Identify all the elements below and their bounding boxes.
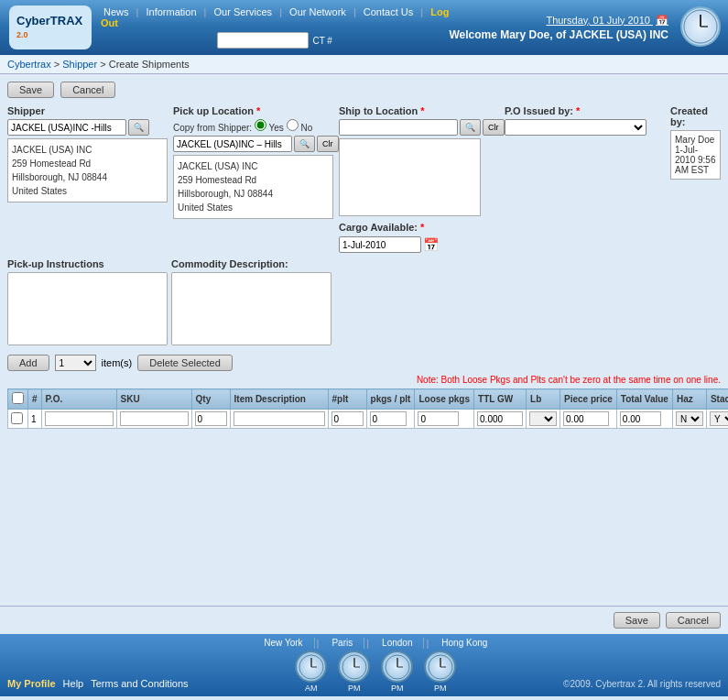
header-nav: News | Information | Our Services | Our …: [101, 6, 449, 49]
shipper-label: Shipper: [7, 105, 168, 116]
row-haz-cell: NY: [672, 410, 706, 429]
col-haz: Haz: [672, 389, 706, 410]
logo-text: CyberTRAX2.0: [16, 15, 82, 41]
row-piece-price-input[interactable]: [563, 411, 609, 426]
spacer-col: [335, 258, 679, 347]
row-checkbox[interactable]: [11, 412, 23, 424]
pickup-instructions-col: Pick-up Instructions: [7, 258, 168, 347]
copy-no-radio[interactable]: [287, 119, 299, 131]
clock-hk-label: PM: [424, 684, 456, 693]
cargo-date-input[interactable]: [339, 236, 421, 253]
footer-clocks-section: My Profile Help Terms and Conditions New…: [7, 638, 721, 693]
footer-cities: New York | Paris | London | Hong Kong: [253, 638, 498, 649]
shipper-section: Shipper 🔍 JACKEL (USA) INC 259 Homestead…: [7, 105, 168, 253]
row-haz-select[interactable]: NY: [676, 411, 703, 426]
commodity-textarea[interactable]: [171, 272, 331, 345]
breadcrumb-shipper[interactable]: Shipper: [62, 59, 97, 70]
breadcrumb: Cybertrax > Shipper > Create Shipments: [0, 55, 728, 74]
row-sku-cell: [116, 410, 191, 429]
header-info: Thursday, 01 July 2010 📅 Welcome Mary Do…: [449, 15, 668, 41]
copy-yes-radio[interactable]: [255, 119, 266, 131]
row-ttl-gw-cell: [474, 410, 527, 429]
cargo-calendar-btn[interactable]: 📅: [423, 237, 439, 252]
row-description-input[interactable]: [234, 411, 325, 426]
row-po-input[interactable]: [45, 411, 114, 426]
row-stack-select[interactable]: YN: [710, 411, 728, 426]
action-bar: Save Cancel: [7, 82, 721, 98]
row-lb-select[interactable]: LbKg: [529, 411, 557, 426]
city-hong-kong: Hong Kong: [430, 638, 498, 649]
col-plt: #plt: [328, 389, 366, 410]
pickup-instructions-textarea[interactable]: [7, 272, 168, 345]
copy-yes-label: Yes: [269, 123, 284, 133]
created-by-section: Created by: Mary Doe 1-Jul-2010 9:56 AM …: [670, 105, 721, 253]
ship-to-section: Ship to Location * 🔍 Clr Cargo Available…: [339, 105, 499, 253]
breadcrumb-cybertrax[interactable]: Cybertrax: [7, 59, 51, 70]
clock-group-hk: PM: [424, 651, 456, 693]
ship-to-address: [339, 138, 481, 216]
pickup-search-btn[interactable]: 🔍: [294, 136, 315, 152]
clock-london-label: PM: [381, 684, 413, 693]
items-qty-select[interactable]: 12345: [55, 355, 96, 371]
row-plt-cell: [328, 410, 366, 429]
row-num-cell: 1: [28, 410, 42, 429]
created-by-name: Mary Doe: [675, 135, 716, 145]
add-items-button[interactable]: Add: [7, 355, 49, 371]
row-qty-cell: [191, 410, 230, 429]
nav-information[interactable]: Information: [147, 6, 197, 17]
row-pkgs-plt-input[interactable]: [370, 411, 407, 426]
pickup-instructions-label: Pick-up Instructions: [7, 258, 168, 269]
cancel-button-bottom[interactable]: Cancel: [666, 612, 721, 629]
row-lb-cell: LbKg: [527, 410, 560, 429]
clock-group-ny: AM: [295, 651, 327, 693]
delete-selected-button[interactable]: Delete Selected: [137, 355, 233, 371]
header-clock: [680, 6, 721, 47]
copy-no-label: No: [300, 123, 312, 133]
ship-to-input[interactable]: [339, 119, 458, 136]
main-content: Save Cancel Shipper 🔍 JACKEL (USA) INC 2…: [0, 74, 728, 606]
table-header-row: # P.O. SKU Qty Item Description #plt pkg…: [8, 389, 729, 410]
pickup-input[interactable]: [173, 136, 292, 152]
col-po: P.O.: [41, 389, 116, 410]
row-stack-cell: YN: [706, 410, 728, 429]
row-checkbox-cell: [8, 410, 28, 429]
row-loose-pkgs-cell: [415, 410, 474, 429]
row-loose-pkgs-input[interactable]: [418, 411, 459, 426]
ship-to-search-btn[interactable]: 🔍: [460, 119, 481, 136]
city-paris: Paris: [321, 638, 364, 649]
clock-svg: [682, 8, 719, 45]
ship-to-clr-btn[interactable]: Clr: [483, 119, 505, 136]
search-input[interactable]: [217, 32, 309, 49]
nav-links: News | Information | Our Services | Our …: [101, 6, 449, 28]
row-sku-input[interactable]: [120, 411, 189, 426]
footer-my-profile[interactable]: My Profile: [7, 678, 56, 689]
nav-contact-us[interactable]: Contact Us: [364, 6, 413, 17]
shipper-input[interactable]: [7, 119, 126, 136]
cargo-label: Cargo Available:: [339, 222, 418, 233]
footer-terms[interactable]: Terms and Conditions: [91, 678, 188, 689]
footer-help: Help: [63, 678, 84, 689]
nav-news[interactable]: News: [103, 6, 129, 17]
select-all-checkbox[interactable]: [12, 392, 24, 404]
header: CyberTRAX2.0 News | Information | Our Se…: [0, 0, 728, 55]
nav-our-network[interactable]: Our Network: [289, 6, 346, 17]
calendar-icon: 📅: [656, 15, 668, 26]
save-button-bottom[interactable]: Save: [614, 612, 660, 629]
row-ttl-gw-input[interactable]: [477, 411, 523, 426]
cancel-button-top[interactable]: Cancel: [60, 82, 115, 98]
col-pkgs-plt: pkgs / plt: [366, 389, 415, 410]
note-text: Note: Both Loose Pkgs and Plts can't be …: [7, 375, 721, 385]
save-button-top[interactable]: Save: [7, 82, 54, 98]
ship-to-label: Ship to Location *: [339, 105, 499, 116]
shipper-search-btn[interactable]: 🔍: [128, 119, 149, 136]
nav-our-services[interactable]: Our Services: [214, 6, 273, 17]
row-po-cell: [41, 410, 116, 429]
pickup-clr-btn[interactable]: Clr: [317, 136, 339, 152]
po-select[interactable]: [505, 119, 647, 136]
col-checkbox: [8, 389, 28, 410]
row-total-value-input[interactable]: [620, 411, 661, 426]
row-plt-input[interactable]: [331, 411, 364, 426]
clock-row: AM PM PM PM: [253, 651, 498, 693]
row-qty-input[interactable]: [195, 411, 227, 426]
col-description: Item Description: [230, 389, 328, 410]
